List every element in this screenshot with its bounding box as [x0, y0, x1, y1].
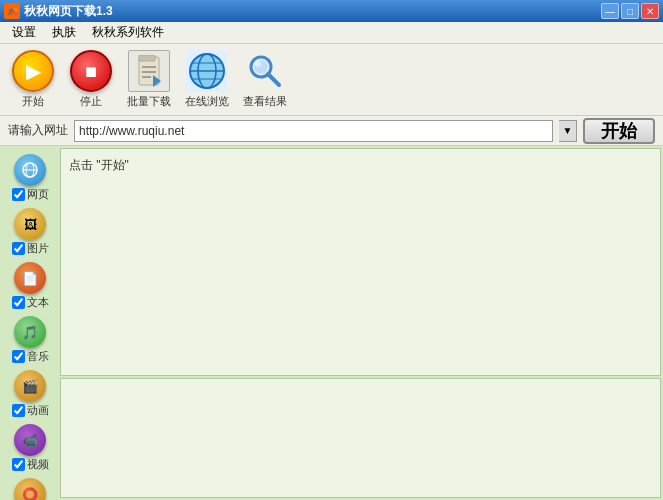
txt-label: 文本: [27, 295, 49, 310]
url-dropdown[interactable]: ▼: [559, 120, 577, 142]
results-tool-button[interactable]: 查看结果: [240, 50, 290, 109]
content-area: 点击 "开始": [60, 146, 663, 500]
batch-tool-label: 批量下载: [127, 94, 171, 109]
img-checkbox[interactable]: [12, 242, 25, 255]
music-label: 音乐: [27, 349, 49, 364]
main-area: 网页 🖼 图片 📄 文本 🎵 音乐 🎬 动画 📹 视频 ⭕ 全选 ❌: [0, 146, 663, 500]
browser-icon: [186, 50, 228, 92]
batch-icon: [128, 50, 170, 92]
browser-tool-label: 在线浏览: [185, 94, 229, 109]
title-buttons: — □ ✕: [601, 3, 659, 19]
stop-icon: ■: [70, 50, 112, 92]
upper-pane-hint: 点击 "开始": [69, 157, 129, 174]
browser-tool-button[interactable]: 在线浏览: [182, 50, 232, 109]
web-label: 网页: [27, 187, 49, 202]
img-icon: 🖼: [14, 208, 46, 240]
lower-pane: [60, 378, 661, 498]
stop-tool-label: 停止: [80, 94, 102, 109]
txt-icon: 📄: [14, 262, 46, 294]
minimize-button[interactable]: —: [601, 3, 619, 19]
svg-rect-1: [139, 55, 155, 61]
toolbar: ▶ 开始 ■ 停止 批量下载: [0, 44, 663, 116]
results-tool-label: 查看结果: [243, 94, 287, 109]
url-start-button[interactable]: 开始: [583, 118, 655, 144]
video-checkbox[interactable]: [12, 458, 25, 471]
close-button[interactable]: ✕: [641, 3, 659, 19]
menu-settings[interactable]: 设置: [4, 22, 44, 43]
batch-tool-button[interactable]: 批量下载: [124, 50, 174, 109]
svg-line-13: [268, 74, 279, 85]
menu-skin[interactable]: 执肤: [44, 22, 84, 43]
txt-checkbox[interactable]: [12, 296, 25, 309]
menu-bar: 设置 执肤 秋秋系列软件: [0, 22, 663, 44]
music-icon: 🎵: [14, 316, 46, 348]
sidebar-item-anim[interactable]: 🎬 动画: [12, 370, 49, 418]
stop-tool-button[interactable]: ■ 停止: [66, 50, 116, 109]
svg-point-14: [255, 61, 261, 67]
video-icon: 📹: [14, 424, 46, 456]
search-icon: [244, 50, 286, 92]
all-icon: ⭕: [14, 478, 46, 500]
sidebar-item-music[interactable]: 🎵 音乐: [12, 316, 49, 364]
sidebar: 网页 🖼 图片 📄 文本 🎵 音乐 🎬 动画 📹 视频 ⭕ 全选 ❌: [0, 146, 60, 500]
upper-pane: 点击 "开始": [60, 148, 661, 376]
music-checkbox[interactable]: [12, 350, 25, 363]
sidebar-item-img[interactable]: 🖼 图片: [12, 208, 49, 256]
app-icon: 🍂: [4, 3, 20, 19]
title-text: 秋秋网页下载1.3: [24, 3, 113, 20]
sidebar-item-txt[interactable]: 📄 文本: [12, 262, 49, 310]
sidebar-item-web[interactable]: 网页: [12, 154, 49, 202]
start-icon: ▶: [12, 50, 54, 92]
url-bar: 请输入网址 ▼ 开始: [0, 116, 663, 146]
menu-software[interactable]: 秋秋系列软件: [84, 22, 172, 43]
video-label: 视频: [27, 457, 49, 472]
start-tool-label: 开始: [22, 94, 44, 109]
sidebar-item-all[interactable]: ⭕ 全选: [12, 478, 49, 500]
web-checkbox[interactable]: [12, 188, 25, 201]
title-bar: 🍂 秋秋网页下载1.3 — □ ✕: [0, 0, 663, 22]
web-icon: [14, 154, 46, 186]
img-label: 图片: [27, 241, 49, 256]
maximize-button[interactable]: □: [621, 3, 639, 19]
start-tool-button[interactable]: ▶ 开始: [8, 50, 58, 109]
anim-checkbox[interactable]: [12, 404, 25, 417]
anim-icon: 🎬: [14, 370, 46, 402]
url-label: 请输入网址: [8, 122, 68, 139]
url-input[interactable]: [74, 120, 553, 142]
sidebar-item-video[interactable]: 📹 视频: [12, 424, 49, 472]
anim-label: 动画: [27, 403, 49, 418]
